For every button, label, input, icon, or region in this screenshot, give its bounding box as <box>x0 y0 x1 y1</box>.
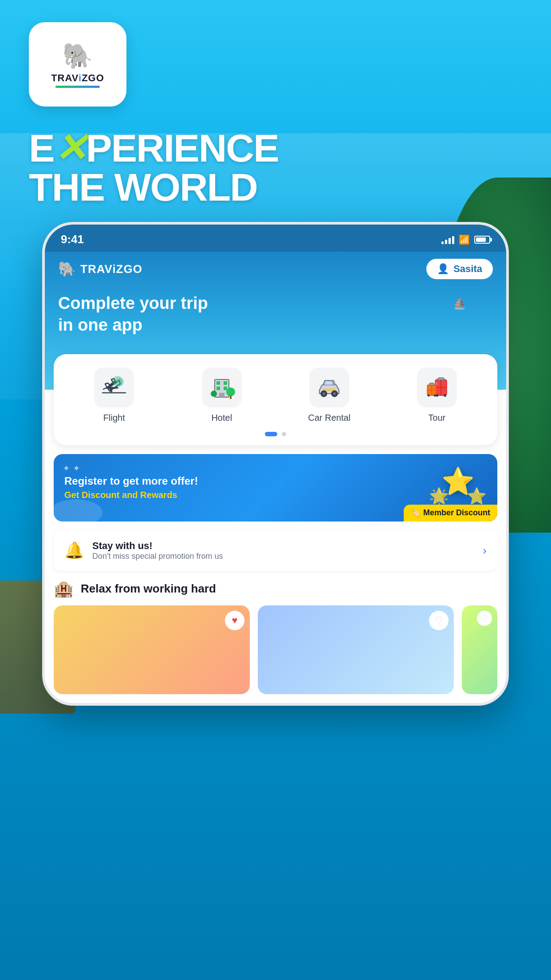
user-name: Sasita <box>453 263 482 275</box>
services-card: Flight <box>54 354 497 445</box>
favorite-heart-3[interactable]: ♡ <box>477 611 492 626</box>
medal-star-left-icon: 🌟 <box>429 487 449 506</box>
notif-content: Stay with us! Don't miss special promoti… <box>92 540 475 561</box>
section-title: Relax from working hard <box>81 582 216 596</box>
service-car-rental[interactable]: Car Rental <box>278 368 381 423</box>
medal-star-right-icon: ⭐ <box>467 487 487 506</box>
flight-icon-box <box>94 368 134 407</box>
svg-point-26 <box>444 394 446 397</box>
promo-medal-area: ⭐ 🌟 ⭐ <box>429 466 487 510</box>
service-flight[interactable]: Flight <box>63 368 166 423</box>
battery-tip <box>490 238 492 241</box>
tour-label: Tour <box>428 413 445 423</box>
tagline-text: E✕PERIENCETHE WORLD <box>29 129 522 207</box>
sparkle-icon: ✦ ✦ <box>63 463 80 474</box>
promo-text-area: Register to get more offer! Get Discount… <box>64 475 429 500</box>
phone-header-top: 🐘 TRAViZGO 👤 Sasita <box>58 259 493 279</box>
services-grid: Flight <box>63 368 488 423</box>
boat-icon: ⛵ <box>453 297 466 310</box>
service-tour[interactable]: Tour <box>386 368 489 423</box>
promo-title: Register to get more offer! <box>64 475 429 487</box>
user-icon: 👤 <box>437 263 449 275</box>
app-logo-box: 🐘 TRAViZGO <box>29 22 126 107</box>
svg-rect-20 <box>436 382 437 385</box>
chevron-right-icon: › <box>483 544 487 557</box>
svg-rect-3 <box>216 381 220 385</box>
pagination-dots <box>63 432 488 436</box>
signal-icon <box>441 235 454 244</box>
flight-label: Flight <box>103 413 125 423</box>
svg-point-10 <box>211 391 217 397</box>
flight-icon <box>100 373 128 402</box>
destination-cards-row: ♥ ♡ ♡ <box>54 605 497 703</box>
battery-icon <box>474 236 490 244</box>
status-time: 9:41 <box>61 233 84 246</box>
tour-icon-box <box>417 368 457 407</box>
promo-banner[interactable]: ✦ ✦ Register to get more offer! Get Disc… <box>54 454 497 522</box>
promo-cloud-decoration <box>54 499 102 522</box>
svg-rect-4 <box>224 381 227 385</box>
logo-underline <box>55 86 100 88</box>
heart-icon-1: ♥ <box>232 615 237 626</box>
discount-icon: 🏷️ <box>411 508 421 518</box>
svg-point-15 <box>333 392 336 395</box>
tour-icon <box>423 373 451 402</box>
section-header: 🏨 Relax from working hard <box>54 580 497 598</box>
logo-elephant-icon: 🐘 <box>62 41 93 71</box>
svg-point-25 <box>436 394 438 397</box>
promo-subtitle: Get Discount and Rewards <box>64 490 429 500</box>
bell-icon: 🔔 <box>64 541 84 560</box>
car-icon <box>315 373 343 402</box>
notif-subtitle: Don't miss special promotion from us <box>92 552 475 561</box>
small-elephant-icon: 🐘 <box>58 261 76 277</box>
app-logo-small: 🐘 TRAViZGO <box>58 261 142 277</box>
heart-icon-2: ♡ <box>434 615 443 626</box>
svg-point-28 <box>433 394 436 396</box>
svg-rect-5 <box>216 387 220 390</box>
hotel-small-icon: 🏨 <box>54 580 74 598</box>
svg-point-1 <box>112 376 123 387</box>
svg-rect-6 <box>224 387 227 390</box>
hotel-icon <box>208 373 236 402</box>
svg-point-8 <box>226 387 235 396</box>
user-badge[interactable]: 👤 Sasita <box>426 259 493 279</box>
logo-text: TRAViZGO <box>51 72 104 84</box>
hero-tagline: E✕PERIENCETHE WORLD <box>29 129 522 207</box>
destination-card-2[interactable]: ♡ <box>258 605 454 694</box>
member-discount-badge: 🏷️ Member Discount <box>404 505 497 522</box>
car-rental-label: Car Rental <box>308 413 350 423</box>
dot-1 <box>265 432 277 436</box>
status-icons: 📶 <box>441 234 490 245</box>
signal-bar-4 <box>452 236 454 244</box>
hotel-label: Hotel <box>211 413 232 423</box>
hero-headline: Complete your tripin one app <box>58 292 493 336</box>
service-hotel[interactable]: Hotel <box>170 368 274 423</box>
svg-point-27 <box>427 394 429 396</box>
phone-header-content: 🐘 TRAViZGO 👤 Sasita Complete your tripin… <box>58 259 493 336</box>
signal-bar-3 <box>449 238 451 244</box>
battery-fill <box>476 237 486 242</box>
car-icon-box <box>309 368 349 407</box>
dot-2 <box>282 432 286 436</box>
wifi-icon: 📶 <box>459 234 470 245</box>
status-bar: 9:41 📶 <box>45 225 506 252</box>
svg-rect-9 <box>230 395 232 399</box>
destination-card-1[interactable]: ♥ <box>54 605 250 694</box>
notification-row[interactable]: 🔔 Stay with us! Don't miss special promo… <box>54 530 497 571</box>
small-logo-text: TRAViZGO <box>80 262 142 276</box>
signal-bar-1 <box>441 241 444 244</box>
favorite-heart-1[interactable]: ♥ <box>225 611 244 630</box>
signal-bar-2 <box>445 240 447 244</box>
discount-label: Member Discount <box>423 508 490 518</box>
heart-icon-3: ♡ <box>481 613 488 623</box>
svg-rect-7 <box>219 393 224 397</box>
favorite-heart-2[interactable]: ♡ <box>429 611 449 630</box>
phone-mockup: 9:41 📶 🐘 TRAViZGO <box>42 222 509 706</box>
svg-point-13 <box>323 392 325 395</box>
destination-card-3[interactable]: ♡ <box>462 605 497 694</box>
notif-title: Stay with us! <box>92 540 475 552</box>
hotel-icon-box <box>202 368 242 407</box>
